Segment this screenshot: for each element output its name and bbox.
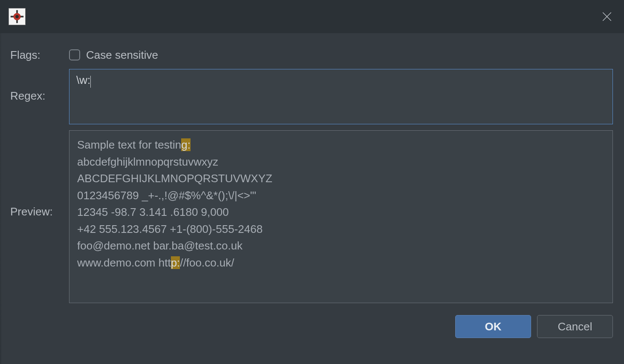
close-button[interactable] (590, 0, 624, 33)
flags-label: Flags: (10, 49, 69, 62)
regex-match-highlight: p: (171, 256, 180, 269)
case-sensitive-label: Case sensitive (86, 49, 158, 62)
preview-line: 0123456789 _+-.,!@#$%^&*();\/|<>"' (77, 187, 605, 204)
preview-line: foo@demo.net bar.ba@test.co.uk (77, 238, 605, 255)
regex-input[interactable] (69, 69, 613, 124)
svg-point-4 (15, 15, 19, 18)
cancel-button[interactable]: Cancel (537, 315, 613, 338)
preview-line: Sample text for testing: (77, 137, 605, 154)
case-sensitive-option[interactable]: Case sensitive (69, 49, 158, 62)
flags-row: Flags: Case sensitive (10, 43, 613, 66)
ok-button[interactable]: OK (455, 315, 531, 338)
case-sensitive-checkbox[interactable] (69, 49, 80, 60)
regex-match-highlight: g: (181, 138, 191, 151)
regex-row: Regex: \w: (10, 69, 613, 124)
titlebar (0, 0, 624, 33)
preview-line: ABCDEFGHIJKLMNOPQRSTUVWXYZ (77, 170, 605, 187)
preview-line: 12345 -98.7 3.141 .6180 9,000 (77, 204, 605, 221)
preview-row: Preview: Sample text for testing:abcdefg… (10, 130, 613, 303)
preview-line: abcdefghijklmnopqrstuvwxyz (77, 154, 605, 171)
regex-input-wrap[interactable]: \w: (69, 69, 613, 124)
regex-label: Regex: (10, 69, 69, 103)
preview-textarea[interactable]: Sample text for testing:abcdefghijklmnop… (69, 130, 613, 303)
left-edge-shadow (0, 33, 1, 364)
app-icon (9, 8, 26, 25)
preview-label: Preview: (10, 130, 69, 218)
preview-line: +42 555.123.4567 +1-(800)-555-2468 (77, 221, 605, 238)
dialog-content: Flags: Case sensitive Regex: \w: Preview… (0, 33, 624, 303)
button-row: OK Cancel (0, 315, 624, 338)
preview-line: www.demo.com http://foo.co.uk/ (77, 255, 605, 272)
